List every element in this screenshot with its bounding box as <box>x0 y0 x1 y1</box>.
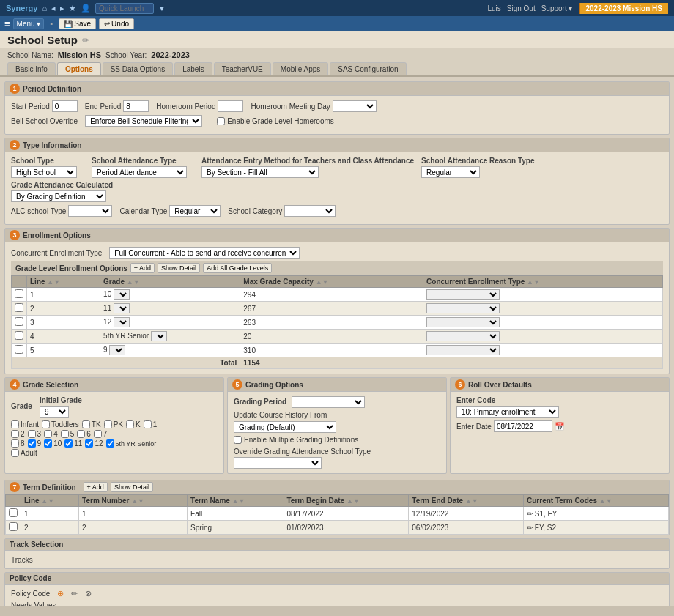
grade-4-checkbox[interactable] <box>44 430 52 438</box>
section-policy-header[interactable]: Policy Code <box>5 573 669 585</box>
section-type-information: 2 Type Information School Type High Scho… <box>4 138 670 225</box>
signout-link[interactable]: Sign Out <box>507 4 536 12</box>
tab-sas-config[interactable]: SAS Configuration <box>330 62 406 75</box>
grade-tk-checkbox[interactable] <box>82 420 90 428</box>
support-link[interactable]: Support ▾ <box>541 4 573 12</box>
section-grade-selection-header[interactable]: 4 Grade Selection <box>5 378 223 392</box>
row-check[interactable] <box>15 289 23 298</box>
menu-button[interactable]: Menu ▾ <box>13 18 45 29</box>
grade-12-checkbox[interactable] <box>85 439 93 448</box>
tab-mobile-apps[interactable]: Mobile Apps <box>273 62 328 75</box>
tab-options[interactable]: Options <box>57 62 101 75</box>
undo-button[interactable]: ↩ Undo <box>99 18 134 29</box>
enable-grade-level-checkbox[interactable] <box>217 117 225 125</box>
hamburger-icon[interactable]: ≡ <box>4 18 10 29</box>
section-track-header[interactable]: Track Selection <box>5 539 669 551</box>
section-grading-options-header[interactable]: 5 Grading Options <box>228 378 446 392</box>
grade-10-checkbox[interactable] <box>44 439 52 448</box>
concurrent-type-select[interactable] <box>426 345 500 355</box>
initial-grade-select[interactable]: 9 <box>40 406 69 418</box>
grade-toddlers-checkbox[interactable] <box>42 420 50 428</box>
grade-k-checkbox[interactable] <box>126 420 134 428</box>
edit-codes-icon[interactable]: ✏ <box>527 524 533 532</box>
section-enrollment-header[interactable]: 3 Enrollment Options <box>5 229 669 242</box>
enter-code-select[interactable]: 10: Primary enrollment <box>456 406 559 418</box>
school-category-select[interactable] <box>284 205 336 217</box>
grade-8-checkbox[interactable] <box>11 439 19 448</box>
show-detail-button[interactable]: Show Detail <box>158 263 200 273</box>
row-check[interactable] <box>15 345 23 354</box>
row-check[interactable] <box>15 331 23 340</box>
enable-multiple-grading-checkbox[interactable] <box>234 436 242 444</box>
school-attendance-type-select[interactable]: Period Attendance <box>92 166 187 178</box>
star-icon[interactable]: ★ <box>69 4 76 13</box>
section-term-definition-header[interactable]: 7 Term Definition + Add Show Detail <box>5 480 669 494</box>
grade-select[interactable] <box>114 317 130 327</box>
grading-period-select[interactable] <box>292 396 365 408</box>
home-icon[interactable]: ⌂ <box>42 4 47 12</box>
row-check[interactable] <box>15 303 23 312</box>
policy-code-icon2[interactable]: ✏ <box>71 589 78 598</box>
edit-icon[interactable]: ✏ <box>82 35 89 45</box>
add-grade-level-button[interactable]: + Add <box>130 263 155 273</box>
update-course-select[interactable]: Grading (Default) <box>234 421 336 433</box>
tab-basic-info[interactable]: Basic Info <box>7 62 56 75</box>
add-all-grade-levels-button[interactable]: Add All Grade Levels <box>203 263 272 273</box>
calendar-icon[interactable]: 📅 <box>555 422 565 431</box>
concurrent-type-select[interactable] <box>426 331 500 341</box>
row-check[interactable] <box>9 522 18 531</box>
homeroom-meeting-select[interactable] <box>333 100 377 112</box>
override-grading-select[interactable] <box>234 457 322 469</box>
grade-3-checkbox[interactable] <box>28 430 36 438</box>
grade-attendance-select[interactable]: By Grading Definition <box>11 190 106 202</box>
grade-9-checkbox[interactable] <box>28 439 36 448</box>
show-detail-term-button[interactable]: Show Detail <box>111 482 153 492</box>
school-type-select[interactable]: High School <box>11 166 77 178</box>
luis-link[interactable]: Luis <box>487 4 500 12</box>
grade-select[interactable] <box>114 289 130 300</box>
edit-codes-icon[interactable]: ✏ <box>527 510 533 518</box>
save-button[interactable]: 💾 Save <box>59 18 96 29</box>
attendance-reason-select[interactable]: Regular <box>421 166 480 178</box>
grade-7-checkbox[interactable] <box>94 430 102 438</box>
alc-school-select[interactable] <box>68 205 112 217</box>
grade-select[interactable] <box>151 331 167 341</box>
section-period-definition-header[interactable]: 1 Period Definition <box>5 82 669 96</box>
grade-select[interactable] <box>114 303 130 313</box>
end-period-input[interactable] <box>123 100 149 112</box>
concurrent-type-select[interactable] <box>426 317 500 327</box>
row-check[interactable] <box>15 317 23 326</box>
policy-code-icon1[interactable]: ⊕ <box>57 589 64 598</box>
grade-11-checkbox[interactable] <box>64 439 73 448</box>
bell-school-select[interactable]: Enforce Bell Schedule Filtering <box>85 115 202 127</box>
concurrent-type-select[interactable] <box>426 303 500 313</box>
grade-select[interactable] <box>109 345 125 355</box>
forward-icon[interactable]: ▸ <box>60 4 64 13</box>
policy-code-icon3[interactable]: ⊗ <box>85 589 92 598</box>
grade-5-checkbox[interactable] <box>61 430 69 438</box>
start-period-input[interactable] <box>52 100 78 112</box>
back-icon[interactable]: ◂ <box>51 4 56 13</box>
enter-date-input[interactable] <box>494 420 552 432</box>
grade-5yr-checkbox[interactable] <box>106 439 114 448</box>
grade-2-checkbox[interactable] <box>11 430 19 438</box>
quick-launch-input[interactable] <box>95 3 154 14</box>
homeroom-period-input[interactable] <box>218 100 243 112</box>
calendar-type-select[interactable]: Regular <box>169 205 221 217</box>
add-term-button[interactable]: + Add <box>84 482 108 492</box>
tab-teachervue[interactable]: TeacherVUE <box>214 62 271 75</box>
concurrent-enrollment-select[interactable]: Full Concurrent - Able to send and recei… <box>109 247 300 259</box>
attendance-entry-select[interactable]: By Section - Fill All <box>201 166 319 178</box>
grade-1-checkbox[interactable] <box>144 420 152 428</box>
tab-labels[interactable]: Labels <box>174 62 212 75</box>
row-check[interactable] <box>9 508 18 517</box>
section-type-information-header[interactable]: 2 Type Information <box>5 138 669 152</box>
concurrent-type-select[interactable] <box>426 289 500 300</box>
tab-ss-data-options[interactable]: SS Data Options <box>103 62 173 75</box>
section-roll-over-header[interactable]: 6 Roll Over Defaults <box>451 378 669 392</box>
grade-6-checkbox[interactable] <box>77 430 85 438</box>
grade-pk-checkbox[interactable] <box>104 420 112 428</box>
people-icon[interactable]: 👤 <box>81 4 91 13</box>
grade-infant-checkbox[interactable] <box>11 420 19 428</box>
grade-adult-checkbox[interactable] <box>11 449 19 457</box>
